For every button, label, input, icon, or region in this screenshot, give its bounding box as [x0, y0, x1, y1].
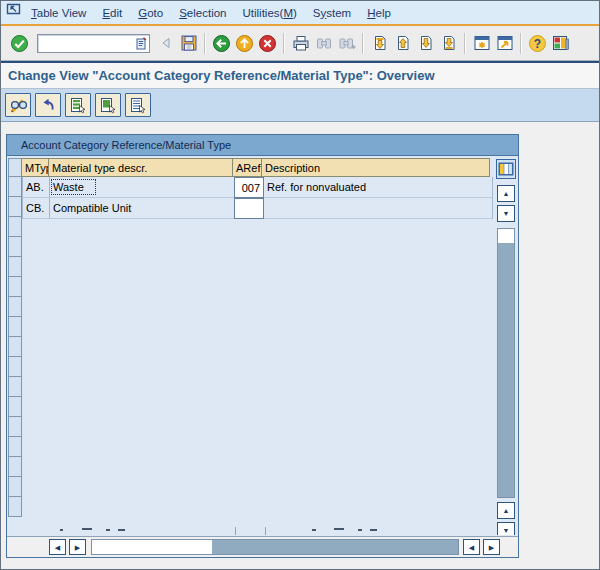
cell-mtyp[interactable]: AB.: [22, 177, 50, 198]
menu-help[interactable]: Help: [359, 7, 399, 19]
horizontal-scrollbar: ◀ ▶ ◀ ▶: [7, 536, 518, 557]
vertical-scroll-track[interactable]: [497, 228, 515, 498]
menu-table-view[interactable]: Table View: [23, 7, 94, 19]
cell-description[interactable]: Ref. for nonvaluated: [264, 177, 493, 198]
row-selector[interactable]: [8, 456, 22, 477]
toolbar-separator: [464, 33, 466, 54]
scroll-up-button[interactable]: ▲: [497, 502, 515, 519]
command-field-list-icon[interactable]: [136, 37, 147, 52]
select-block-icon[interactable]: [95, 93, 121, 117]
cell-description[interactable]: [264, 198, 493, 219]
exit-icon[interactable]: [234, 33, 255, 54]
row-selector[interactable]: [8, 296, 22, 317]
command-field: [37, 34, 150, 53]
last-page-icon[interactable]: [438, 33, 459, 54]
focused-cell-value: Waste: [53, 181, 94, 193]
new-session-icon[interactable]: [471, 33, 492, 54]
menu-items: Table View Edit Goto Selection Utilities…: [23, 1, 399, 24]
next-page-icon[interactable]: [415, 33, 436, 54]
menu-selection[interactable]: Selection: [171, 7, 234, 19]
column-header-row: MTyp Material type descr. ARef Descripti…: [22, 158, 490, 177]
menu-system[interactable]: System: [305, 7, 359, 19]
first-page-icon[interactable]: [369, 33, 390, 54]
cell-material-descr[interactable]: Compatible Unit: [50, 198, 235, 219]
toolbar-separator: [283, 33, 285, 54]
table-body: MTyp Material type descr. ARef Descripti…: [8, 157, 517, 535]
menu-utilities[interactable]: Utilities(M): [235, 7, 305, 19]
cell-material-descr[interactable]: Waste: [50, 177, 235, 198]
create-shortcut-icon[interactable]: [494, 33, 515, 54]
scroll-down-button[interactable]: ▼: [497, 522, 515, 535]
deselect-all-icon[interactable]: [125, 93, 151, 117]
change-display-icon[interactable]: [5, 93, 31, 117]
row-selector[interactable]: [8, 476, 22, 497]
previous-page-icon[interactable]: [392, 33, 413, 54]
cell-aref-input[interactable]: [234, 198, 264, 219]
row-selector[interactable]: [8, 236, 22, 257]
clipped-row-slivers: [22, 526, 493, 535]
column-header-material-descr[interactable]: Material type descr.: [48, 158, 233, 177]
row-selector[interactable]: [8, 276, 22, 297]
row-selector[interactable]: [8, 356, 22, 377]
table-group-title: Account Category Reference/Material Type: [7, 135, 518, 156]
table-row: CB. Compatible Unit: [22, 198, 493, 219]
row-selector-column: [8, 158, 22, 517]
row-selector[interactable]: [8, 416, 22, 437]
scroll-right-button[interactable]: ▶: [483, 539, 500, 555]
find-icon: [313, 33, 334, 54]
undo-icon[interactable]: [35, 93, 61, 117]
print-icon[interactable]: [290, 33, 311, 54]
enter-icon[interactable]: [9, 33, 30, 54]
cell-aref-input[interactable]: 007: [234, 177, 264, 198]
column-header-mtyp[interactable]: MTyp: [21, 158, 49, 177]
table-settings-icon[interactable]: [496, 159, 516, 179]
row-selector[interactable]: [8, 216, 22, 237]
row-selector[interactable]: [8, 396, 22, 417]
row-selector[interactable]: [8, 436, 22, 457]
table-control-frame: Account Category Reference/Material Type: [6, 134, 519, 558]
screen-title-bar: Change View "Account Category Reference/…: [1, 61, 599, 89]
help-icon[interactable]: ?: [527, 33, 548, 54]
menu-goto[interactable]: Goto: [130, 7, 171, 19]
customize-layout-icon[interactable]: [550, 33, 571, 54]
scroll-up-button[interactable]: ▲: [497, 185, 515, 202]
scroll-left-button[interactable]: ◀: [463, 539, 480, 555]
toolbar-separator: [362, 33, 364, 54]
scroll-left-button[interactable]: ◀: [49, 539, 66, 555]
application-toolbar: [1, 89, 599, 122]
sap-gui-window: Table View Edit Goto Selection Utilities…: [0, 0, 600, 570]
column-header-aref[interactable]: ARef: [232, 158, 262, 177]
select-all-icon[interactable]: [65, 93, 91, 117]
cancel-icon[interactable]: [257, 33, 278, 54]
table-row: AB. Waste 007 Ref. for nonvaluated: [22, 177, 493, 198]
standard-toolbar: ?: [1, 26, 599, 61]
row-selector[interactable]: [8, 316, 22, 337]
horizontal-scroll-track[interactable]: [91, 539, 459, 555]
column-header-description[interactable]: Description: [261, 158, 490, 177]
scroll-down-button[interactable]: ▼: [497, 205, 515, 222]
row-selector[interactable]: [8, 376, 22, 397]
back-icon[interactable]: [211, 33, 232, 54]
row-selector[interactable]: [8, 256, 22, 277]
row-selector[interactable]: [8, 496, 22, 517]
command-input[interactable]: [39, 36, 135, 51]
toolbar-separator: [204, 33, 206, 54]
row-selector[interactable]: [8, 158, 22, 177]
find-next-icon: [336, 33, 357, 54]
collapse-icon[interactable]: [155, 33, 176, 54]
row-selector[interactable]: [8, 336, 22, 357]
scroll-right-button[interactable]: ▶: [69, 539, 86, 555]
page-title: Change View "Account Category Reference/…: [1, 63, 599, 83]
svg-text:?: ?: [534, 37, 541, 51]
system-menu-icon[interactable]: [6, 3, 22, 18]
save-icon[interactable]: [178, 33, 199, 54]
menu-edit[interactable]: Edit: [94, 7, 130, 19]
toolbar-separator: [520, 33, 522, 54]
row-selector[interactable]: [8, 176, 22, 197]
menu-bar: Table View Edit Goto Selection Utilities…: [1, 1, 599, 24]
cell-mtyp[interactable]: CB.: [22, 198, 50, 219]
row-selector[interactable]: [8, 196, 22, 217]
